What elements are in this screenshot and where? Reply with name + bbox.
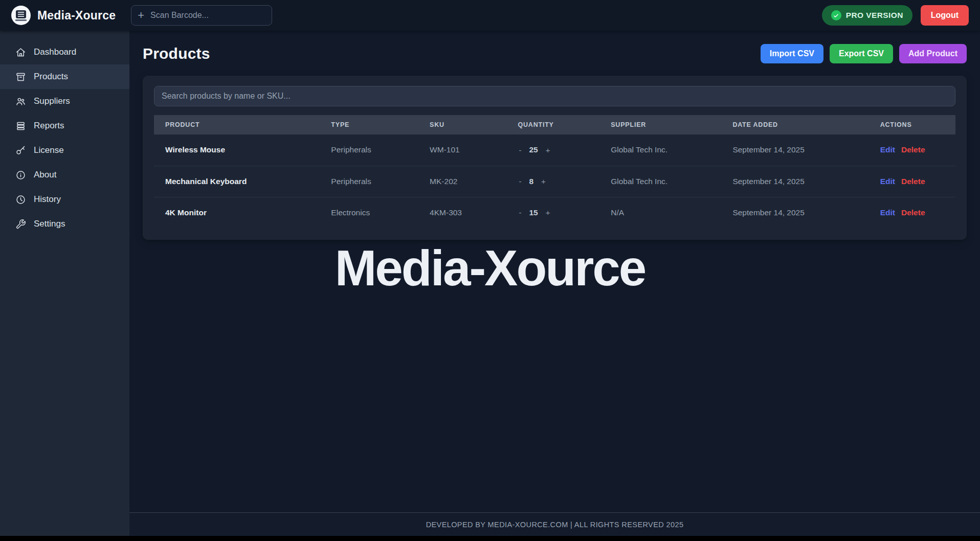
sidebar-item-about[interactable]: About [0,163,129,187]
product-sku-cell: MK-202 [418,166,506,197]
bottom-strip [0,536,980,541]
sidebar-item-label: Products [34,72,68,82]
users-icon [15,96,26,107]
pro-version-badge: PRO VERSION [822,5,912,26]
table-row: 4K MonitorElectronics4KM-303-15+N/ASepte… [154,197,955,228]
products-table-body: Wireless MousePeripheralsWM-101-25+Globa… [154,134,955,228]
product-date-cell: September 14, 2025 [721,134,868,166]
sidebar-item-label: History [34,194,61,205]
delete-link[interactable]: Delete [901,145,925,154]
product-supplier-cell: N/A [599,197,721,228]
product-quantity-cell: -25+ [506,134,599,166]
sidebar-item-reports[interactable]: Reports [0,114,129,138]
wrench-icon [15,219,26,230]
import-csv-button[interactable]: Import CSV [761,44,823,63]
product-date-cell: September 14, 2025 [721,197,868,228]
logout-button[interactable]: Logout [921,5,969,26]
clock-icon [15,194,26,205]
column-header-sku: SKU [418,115,506,134]
quantity-decrement-button[interactable]: - [518,146,522,154]
product-sku-cell: 4KM-303 [418,197,506,228]
add-product-button[interactable]: Add Product [899,44,967,63]
product-actions-cell: EditDelete [869,166,955,197]
key-icon [15,145,26,156]
topbar: Media-Xource + PRO VERSION Logout [0,0,980,31]
scan-barcode-field[interactable]: + [131,5,272,26]
table-row: Mechanical KeyboardPeripheralsMK-202-8+G… [154,166,955,197]
quantity-decrement-button[interactable]: - [518,177,522,186]
footer-text: DEVELOPED BY MEDIA-XOURCE.COM | ALL RIGH… [426,521,684,529]
products-table: ProductTypeSKUQuantitySupplierDate Added… [154,115,955,228]
column-header-date-added: Date Added [721,115,868,134]
info-icon [15,170,26,181]
sidebar-item-license[interactable]: License [0,138,129,163]
quantity-value: 8 [529,177,533,186]
product-supplier-cell: Global Tech Inc. [599,134,721,166]
product-actions-cell: EditDelete [869,134,955,166]
table-row: Wireless MousePeripheralsWM-101-25+Globa… [154,134,955,166]
product-type-cell: Peripherals [320,166,418,197]
column-header-supplier: Supplier [599,115,721,134]
quantity-value: 25 [529,145,538,154]
product-quantity-cell: -15+ [506,197,599,228]
check-circle-icon [831,10,841,20]
product-date-cell: September 14, 2025 [721,166,868,197]
product-name-cell: Wireless Mouse [154,134,320,166]
box-icon [15,72,26,82]
sidebar-item-products[interactable]: Products [0,64,129,89]
products-card: ProductTypeSKUQuantitySupplierDate Added… [143,76,967,240]
quantity-increment-button[interactable]: + [545,146,551,154]
product-quantity-cell: -8+ [506,166,599,197]
scan-barcode-input[interactable] [150,11,265,20]
product-supplier-cell: Global Tech Inc. [599,166,721,197]
sidebar-item-label: About [34,170,56,180]
product-type-cell: Peripherals [320,134,418,166]
table-header-row: ProductTypeSKUQuantitySupplierDate Added… [154,115,955,134]
product-name-cell: Mechanical Keyboard [154,166,320,197]
sidebar-item-label: License [34,145,64,155]
sidebar-item-label: Settings [34,219,65,229]
column-header-actions: Actions [869,115,955,134]
edit-link[interactable]: Edit [880,177,895,186]
sidebar-item-dashboard[interactable]: Dashboard [0,40,129,64]
column-header-quantity: Quantity [506,115,599,134]
product-sku-cell: WM-101 [418,134,506,166]
sidebar-item-suppliers[interactable]: Suppliers [0,89,129,114]
sidebar-item-label: Dashboard [34,47,76,57]
export-csv-button[interactable]: Export CSV [830,44,893,63]
sidebar: DashboardProductsSuppliersReportsLicense… [0,31,129,536]
column-header-product: Product [154,115,320,134]
delete-link[interactable]: Delete [901,208,925,217]
quantity-value: 15 [529,208,538,217]
main-area: Products Import CSV Export CSV Add Produ… [129,31,980,536]
sidebar-item-label: Suppliers [34,96,70,106]
quantity-decrement-button[interactable]: - [518,208,522,217]
column-header-type: Type [320,115,418,134]
edit-link[interactable]: Edit [880,145,895,154]
home-icon [15,47,26,58]
brand-logo-glyph [16,10,26,18]
edit-link[interactable]: Edit [880,208,895,217]
footer: DEVELOPED BY MEDIA-XOURCE.COM | ALL RIGH… [129,512,980,536]
page-title: Products [143,45,210,62]
brand-logo [11,6,31,25]
sidebar-item-settings[interactable]: Settings [0,212,129,236]
product-type-cell: Electronics [320,197,418,228]
product-actions-cell: EditDelete [869,197,955,228]
delete-link[interactable]: Delete [901,177,925,186]
reports-icon [15,121,26,131]
brand-name: Media-Xource [37,9,116,22]
product-search-input[interactable] [154,86,955,106]
quantity-increment-button[interactable]: + [540,177,547,186]
sidebar-item-label: Reports [34,121,64,131]
pro-version-label: PRO VERSION [846,11,903,20]
quantity-increment-button[interactable]: + [545,208,551,217]
sidebar-item-history[interactable]: History [0,187,129,212]
plus-icon: + [138,10,144,21]
product-name-cell: 4K Monitor [154,197,320,228]
